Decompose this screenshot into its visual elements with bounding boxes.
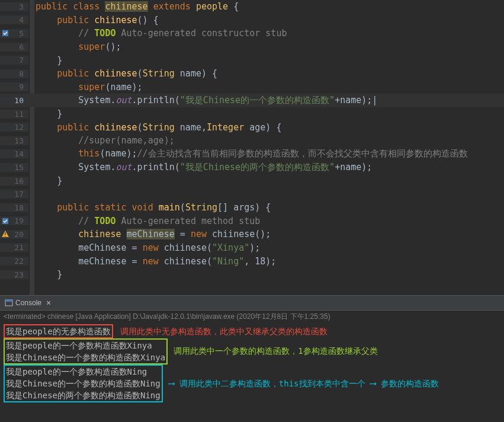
arrow-icon: ⟶ bbox=[370, 378, 376, 389]
svg-text:!: ! bbox=[4, 232, 7, 238]
code-content[interactable]: public chiinese(String name,Integer age)… bbox=[28, 122, 281, 133]
code-line[interactable]: 11 } bbox=[0, 107, 504, 121]
console-output[interactable]: 我是people的无参构造函数 调用此类中无参构造函数，此类中又继承父类的构造函… bbox=[0, 323, 504, 404]
code-line[interactable]: 6 super(); bbox=[0, 40, 504, 54]
line-number: 12 bbox=[0, 123, 28, 132]
code-content[interactable]: System.out.println("我是Chinese的两个参数的构造函数"… bbox=[28, 162, 372, 173]
console-tab-label: Console bbox=[15, 299, 41, 307]
line-number: 14 bbox=[0, 149, 28, 158]
code-content[interactable]: // TODO Auto-generated method stub bbox=[28, 216, 260, 226]
todo-icon bbox=[1, 217, 9, 225]
code-line[interactable]: 17 bbox=[0, 187, 504, 201]
code-line[interactable]: !20 chiinese meChinese = new chiinese(); bbox=[0, 228, 504, 241]
close-icon[interactable]: × bbox=[46, 298, 51, 308]
console-panel: Console × <terminated> chiinese [Java Ap… bbox=[0, 295, 504, 404]
line-number: 22 bbox=[0, 257, 28, 266]
annotation-cyan: 调用此类中二参构造函数，this找到本类中含一个 bbox=[179, 379, 365, 388]
code-content[interactable]: this(name);//会主动找含有当前相同参数的构造函数，而不会找父类中含有… bbox=[28, 148, 468, 159]
line-number: 4 bbox=[0, 15, 28, 24]
line-number: 8 bbox=[0, 69, 28, 78]
code-line[interactable]: 12 public chiinese(String name,Integer a… bbox=[0, 120, 504, 134]
line-number: 23 bbox=[0, 270, 28, 279]
console-status: <terminated> chiinese [Java Application]… bbox=[0, 311, 504, 323]
code-content[interactable] bbox=[28, 189, 57, 200]
output-line-6: 我是Chinese的两个参数的构造函数Ning bbox=[6, 389, 160, 401]
svg-rect-4 bbox=[5, 300, 12, 302]
line-number: 17 bbox=[0, 190, 28, 199]
line-number: 18 bbox=[0, 203, 28, 212]
code-line[interactable]: 3public class chiinese extends people { bbox=[0, 0, 504, 14]
line-number: 7 bbox=[0, 56, 28, 65]
code-content[interactable]: //super(name,age); bbox=[28, 135, 175, 146]
line-number: 10 bbox=[0, 96, 28, 105]
code-content[interactable]: public chiinese() { bbox=[28, 15, 159, 25]
code-line[interactable]: 22 meChinese = new chiinese("Ning", 18); bbox=[0, 254, 504, 268]
output-line-3: 我是Chinese的一个参数的构造函数Xinya bbox=[6, 351, 165, 363]
line-number: 15 bbox=[0, 163, 28, 172]
arrow-icon: ⟶ bbox=[169, 378, 175, 389]
code-content[interactable]: // TODO Auto-generated constructor stub bbox=[28, 28, 287, 39]
line-number: 16 bbox=[0, 177, 28, 186]
code-content[interactable]: System.out.println("我是Chinese的一个参数的构造函数"… bbox=[28, 95, 377, 106]
code-content[interactable]: } bbox=[28, 55, 62, 66]
line-number: 6 bbox=[0, 43, 28, 52]
output-group-green: 我是people的一个参数构造函数Xinya 我是Chinese的一个参数的构造… bbox=[4, 338, 168, 365]
code-line[interactable]: 15 System.out.println("我是Chinese的两个参数的构造… bbox=[0, 161, 504, 174]
code-content[interactable]: meChinese = new chiinese("Ning", 18); bbox=[28, 256, 276, 267]
code-line[interactable]: 13 //super(name,age); bbox=[0, 134, 504, 148]
code-line[interactable]: 9 super(name); bbox=[0, 81, 504, 94]
warn-icon: ! bbox=[1, 230, 9, 238]
code-line[interactable]: 7 } bbox=[0, 53, 504, 67]
code-content[interactable]: } bbox=[28, 175, 62, 186]
code-content[interactable]: public static void main(String[] args) { bbox=[28, 202, 271, 213]
console-icon bbox=[5, 299, 13, 307]
console-tab[interactable]: Console × bbox=[0, 296, 504, 311]
code-line[interactable]: 10 System.out.println("我是Chinese的一个参数的构造… bbox=[0, 94, 504, 107]
code-line[interactable]: 21 meChinese = new chiinese("Xinya"); bbox=[0, 241, 504, 255]
code-content[interactable]: } bbox=[28, 269, 62, 280]
code-editor[interactable]: 3public class chiinese extends people {4… bbox=[0, 0, 504, 295]
line-number: 21 bbox=[0, 243, 28, 252]
todo-icon bbox=[1, 29, 9, 37]
code-content[interactable]: public chiinese(String name) { bbox=[28, 68, 217, 79]
code-line[interactable]: 4 public chiinese() { bbox=[0, 14, 504, 27]
code-line[interactable]: 14 this(name);//会主动找含有当前相同参数的构造函数，而不会找父类… bbox=[0, 148, 504, 161]
line-number: 9 bbox=[0, 82, 28, 91]
output-line-5: 我是Chinese的一个参数的构造函数Ning bbox=[6, 378, 160, 389]
output-group-cyan: 我是people的一个参数构造函数Ning 我是Chinese的一个参数的构造函… bbox=[4, 365, 163, 402]
code-content[interactable]: meChinese = new chiinese("Xinya"); bbox=[28, 242, 260, 253]
annotation-red: 调用此类中无参构造函数，此类中又继承父类的构造函数 bbox=[120, 327, 328, 336]
code-line[interactable]: 16 } bbox=[0, 174, 504, 188]
code-line[interactable]: 19 // TODO Auto-generated method stub bbox=[0, 215, 504, 228]
code-line[interactable]: 23 } bbox=[0, 268, 504, 282]
annotation-cyan-2: 参数的构造函数 bbox=[381, 379, 439, 388]
output-line-4: 我是people的一个参数构造函数Ning bbox=[6, 366, 160, 378]
code-line[interactable]: 18 public static void main(String[] args… bbox=[0, 201, 504, 215]
line-number: 13 bbox=[0, 136, 28, 145]
code-content[interactable]: super(name); bbox=[28, 82, 143, 92]
annotation-green: 调用此类中一个参数的构造函数，1参构造函数继承父类 bbox=[174, 346, 377, 357]
code-content[interactable]: } bbox=[28, 108, 62, 119]
code-content[interactable]: super(); bbox=[28, 41, 121, 52]
output-line-2: 我是people的一个参数构造函数Xinya bbox=[6, 340, 165, 351]
code-line[interactable]: 8 public chiinese(String name) { bbox=[0, 67, 504, 81]
line-number: 11 bbox=[0, 110, 28, 119]
code-line[interactable]: 5 // TODO Auto-generated constructor stu… bbox=[0, 27, 504, 40]
line-number: 3 bbox=[0, 2, 28, 11]
output-line-1: 我是people的无参构造函数 bbox=[4, 324, 113, 338]
code-content[interactable]: public class chiinese extends people { bbox=[28, 1, 239, 12]
code-content[interactable]: chiinese meChinese = new chiinese(); bbox=[28, 229, 271, 239]
annotation-cyan-group: ⟶ 调用此类中二参构造函数，this找到本类中含一个 ⟶ 参数的构造函数 bbox=[169, 378, 439, 389]
